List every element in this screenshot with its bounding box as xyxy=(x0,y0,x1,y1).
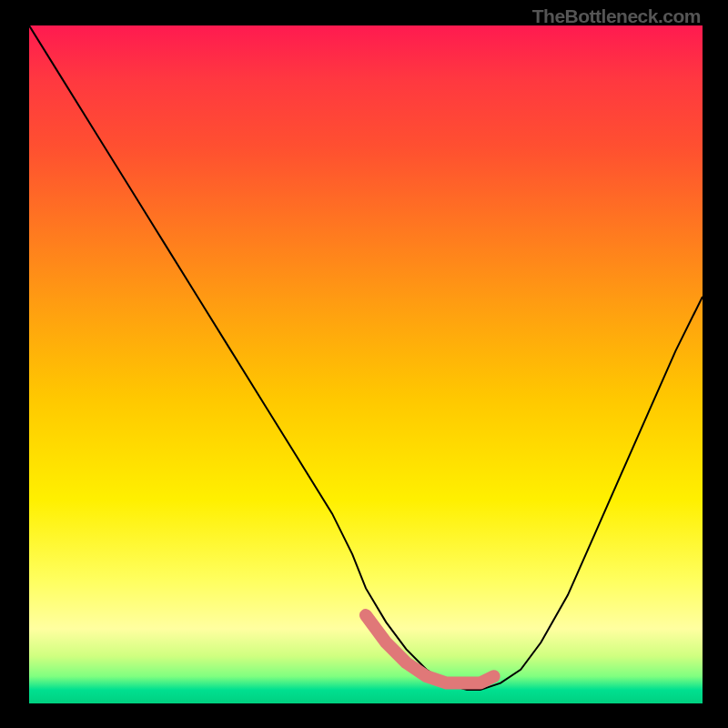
plot-area xyxy=(29,25,703,703)
curve-layer xyxy=(29,25,703,703)
chart-container: TheBottleneck.com xyxy=(0,0,728,728)
optimal-range-marker xyxy=(366,615,494,683)
attribution-text: TheBottleneck.com xyxy=(532,5,701,27)
bottleneck-curve-line xyxy=(29,25,703,690)
